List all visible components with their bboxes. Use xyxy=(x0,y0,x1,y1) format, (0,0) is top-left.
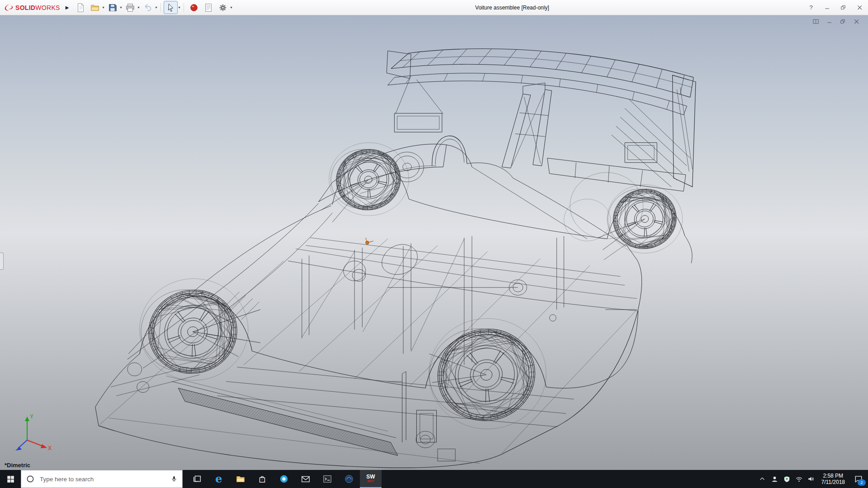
document-window-controls xyxy=(812,18,861,25)
close-icon xyxy=(856,4,863,11)
close-window-button[interactable] xyxy=(852,0,868,15)
save-document-button[interactable] xyxy=(105,1,119,14)
restore-window-button[interactable] xyxy=(835,0,852,15)
windows-logo-icon xyxy=(6,475,14,483)
orientation-triad: Y X xyxy=(11,412,56,454)
action-center-button[interactable]: 2 xyxy=(849,470,868,488)
system-tray: 2:58 PM 7/11/2018 2 xyxy=(756,470,868,488)
taskbar-search[interactable] xyxy=(21,470,183,488)
edge-browser-taskbar-button[interactable]: e xyxy=(208,470,230,488)
select-arrow-icon xyxy=(166,3,176,13)
new-doc-icon xyxy=(75,3,85,13)
dropdown-caret-icon[interactable]: ▾ xyxy=(120,5,122,9)
shield-icon xyxy=(783,475,791,483)
people-tray-button[interactable] xyxy=(769,470,781,488)
undo-button[interactable] xyxy=(141,1,155,14)
dropdown-caret-icon[interactable]: ▾ xyxy=(178,5,180,9)
axis-y-label: Y xyxy=(30,413,33,420)
settings-button[interactable] xyxy=(216,1,230,14)
chevron-up-icon xyxy=(758,475,766,483)
new-document-button[interactable] xyxy=(73,1,87,14)
edge-icon: e xyxy=(215,474,222,484)
close-icon xyxy=(853,18,860,25)
minimize-icon xyxy=(824,4,831,11)
taskbar-clock[interactable]: 2:58 PM 7/11/2018 xyxy=(817,473,849,485)
minimize-window-button[interactable] xyxy=(819,0,835,15)
person-icon xyxy=(771,475,778,483)
mail-icon xyxy=(301,474,311,484)
restore-document-button[interactable] xyxy=(839,18,847,25)
print-icon xyxy=(125,3,135,13)
window-controls: ? xyxy=(803,0,868,15)
dropdown-caret-icon[interactable]: ▾ xyxy=(230,5,232,9)
dropdown-caret-icon[interactable]: ▾ xyxy=(155,5,157,9)
pane-icon xyxy=(812,18,820,25)
red-sphere-icon xyxy=(189,3,199,13)
windows-taskbar: e SW2017 2:58 PM 7/11/2018 2 xyxy=(0,470,868,488)
volume-tray-button[interactable] xyxy=(805,470,817,488)
folder-icon xyxy=(236,474,245,484)
search-input[interactable] xyxy=(39,475,166,483)
restore-icon xyxy=(840,18,847,25)
solidworks-logo: SOLIDWORKS xyxy=(0,4,63,12)
red-sphere-status-button[interactable] xyxy=(187,1,201,14)
dropdown-caret-icon[interactable]: ▾ xyxy=(137,5,139,9)
security-shield-tray-button[interactable] xyxy=(781,470,793,488)
volume-icon xyxy=(807,475,815,483)
title-bar: SOLIDWORKS ▶ ▾▾▾▾▾▾ Voiture assemblee [R… xyxy=(0,0,868,15)
terminal-icon xyxy=(322,474,332,484)
minimize-icon xyxy=(826,18,833,25)
taskbar-apps: e SW2017 xyxy=(186,470,382,488)
network-tray-button[interactable] xyxy=(793,470,805,488)
split-pane-button[interactable] xyxy=(812,18,820,25)
toolbar-separator xyxy=(160,3,161,12)
save-icon xyxy=(108,3,118,13)
axis-x-label: X xyxy=(48,445,52,451)
toolbar-separator xyxy=(184,3,184,12)
dark-circle-app-taskbar-button[interactable] xyxy=(338,470,360,488)
start-button[interactable] xyxy=(0,470,21,488)
help-button[interactable]: ? xyxy=(803,0,819,15)
notification-badge: 2 xyxy=(858,479,866,486)
restore-icon xyxy=(840,4,847,11)
document-title: Voiture assemblee [Read-only] xyxy=(475,5,549,11)
microphone-icon[interactable] xyxy=(170,474,178,483)
cortana-icon xyxy=(26,474,35,483)
open-folder-icon xyxy=(90,3,100,13)
solidworks-icon: SW2017 xyxy=(366,474,375,483)
undo-icon xyxy=(143,3,153,13)
gear-icon xyxy=(218,3,228,13)
close-document-button[interactable] xyxy=(853,18,861,25)
wireframe-car-model[interactable] xyxy=(0,15,868,470)
mail-taskbar-button[interactable] xyxy=(295,470,316,488)
hidden-icons-chevron-tray-button[interactable] xyxy=(756,470,769,488)
task-view-taskbar-button[interactable] xyxy=(186,470,208,488)
open-document-button[interactable] xyxy=(88,1,102,14)
circle-app-icon xyxy=(279,474,289,484)
graphics-viewport[interactable]: Y X *Dimetric xyxy=(0,15,868,470)
sheet-icon xyxy=(203,3,213,13)
print-document-button[interactable] xyxy=(123,1,137,14)
solidworks-2017-taskbar-button[interactable]: SW2017 xyxy=(360,470,382,488)
ds-logo-icon xyxy=(4,4,14,12)
file-explorer-taskbar-button[interactable] xyxy=(230,470,251,488)
quick-toolbar: ▾▾▾▾▾▾ xyxy=(73,1,233,14)
pane-splitter-handle[interactable] xyxy=(0,253,4,270)
store-taskbar-button[interactable] xyxy=(251,470,273,488)
select-tool-button[interactable] xyxy=(164,1,178,14)
store-icon xyxy=(257,474,267,484)
view-orientation-label: *Dimetric xyxy=(5,462,30,469)
menu-flyout-arrow-icon[interactable]: ▶ xyxy=(66,5,69,10)
round-blue-app-taskbar-button[interactable] xyxy=(273,470,295,488)
clock-time: 2:58 PM xyxy=(821,473,845,479)
options-sheet-button[interactable] xyxy=(201,1,215,14)
command-prompt-taskbar-button[interactable] xyxy=(316,470,338,488)
clock-date: 7/11/2018 xyxy=(821,479,845,485)
dropdown-caret-icon[interactable]: ▾ xyxy=(102,5,104,9)
task-view-icon xyxy=(192,474,202,484)
circle-dark-icon xyxy=(344,474,354,484)
minimize-document-button[interactable] xyxy=(826,18,834,25)
network-icon xyxy=(795,475,803,483)
